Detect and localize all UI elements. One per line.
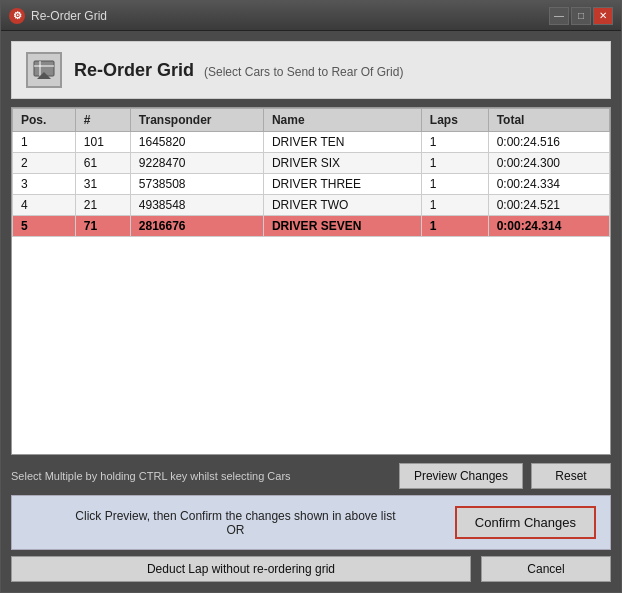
deduct-section: Deduct Lap without re-ordering grid Canc… xyxy=(11,556,611,582)
col-name: Name xyxy=(263,109,421,132)
bottom-area: Select Multiple by holding CTRL key whil… xyxy=(11,463,611,582)
reset-button[interactable]: Reset xyxy=(531,463,611,489)
col-transponder: Transponder xyxy=(130,109,263,132)
table-body: 11011645820DRIVER TEN10:00:24.5162619228… xyxy=(13,132,610,237)
cell-pos: 1 xyxy=(13,132,76,153)
minimize-button[interactable]: — xyxy=(549,7,569,25)
cell-transponder: 1645820 xyxy=(130,132,263,153)
table-row[interactable]: 3315738508DRIVER THREE10:00:24.334 xyxy=(13,174,610,195)
cell-total: 0:00:24.521 xyxy=(488,195,609,216)
deduct-lap-button[interactable]: Deduct Lap without re-ordering grid xyxy=(11,556,471,582)
table-header: Pos. # Transponder Name Laps Total xyxy=(13,109,610,132)
cell-pos: 5 xyxy=(13,216,76,237)
cell-total: 0:00:24.300 xyxy=(488,153,609,174)
cell-name: DRIVER TEN xyxy=(263,132,421,153)
hint-row: Select Multiple by holding CTRL key whil… xyxy=(11,463,611,489)
grid-table: Pos. # Transponder Name Laps Total 11011… xyxy=(12,108,610,237)
table-row[interactable]: 2619228470DRIVER SIX10:00:24.300 xyxy=(13,153,610,174)
hint-text: Select Multiple by holding CTRL key whil… xyxy=(11,470,391,482)
app-icon: ⚙ xyxy=(9,8,25,24)
col-num: # xyxy=(75,109,130,132)
close-button[interactable]: ✕ xyxy=(593,7,613,25)
header-panel: Re-Order Grid (Select Cars to Send to Re… xyxy=(11,41,611,99)
cell-num: 21 xyxy=(75,195,130,216)
titlebar: ⚙ Re-Order Grid — □ ✕ xyxy=(1,1,621,31)
cell-transponder: 5738508 xyxy=(130,174,263,195)
cancel-button[interactable]: Cancel xyxy=(481,556,611,582)
cell-laps: 1 xyxy=(421,195,488,216)
cell-pos: 4 xyxy=(13,195,76,216)
cell-total: 0:00:24.314 xyxy=(488,216,609,237)
cell-laps: 1 xyxy=(421,132,488,153)
cell-pos: 2 xyxy=(13,153,76,174)
confirm-line1: Click Preview, then Confirm the changes … xyxy=(75,509,395,523)
header-title: Re-Order Grid xyxy=(74,60,194,81)
cell-pos: 3 xyxy=(13,174,76,195)
cell-total: 0:00:24.516 xyxy=(488,132,609,153)
col-pos: Pos. xyxy=(13,109,76,132)
header-subtitle: (Select Cars to Send to Rear Of Grid) xyxy=(204,65,403,79)
cell-laps: 1 xyxy=(421,216,488,237)
cell-name: DRIVER SIX xyxy=(263,153,421,174)
cell-num: 71 xyxy=(75,216,130,237)
cell-num: 31 xyxy=(75,174,130,195)
cell-laps: 1 xyxy=(421,174,488,195)
main-window: ⚙ Re-Order Grid — □ ✕ Re-Order Grid xyxy=(0,0,622,593)
col-laps: Laps xyxy=(421,109,488,132)
cell-transponder: 2816676 xyxy=(130,216,263,237)
table-row[interactable]: 5712816676DRIVER SEVEN10:00:24.314 xyxy=(13,216,610,237)
cell-transponder: 9228470 xyxy=(130,153,263,174)
preview-changes-button[interactable]: Preview Changes xyxy=(399,463,523,489)
confirm-section: Click Preview, then Confirm the changes … xyxy=(11,495,611,550)
cell-name: DRIVER TWO xyxy=(263,195,421,216)
header-icon xyxy=(26,52,62,88)
window-controls: — □ ✕ xyxy=(549,7,613,25)
cell-num: 61 xyxy=(75,153,130,174)
header-text: Re-Order Grid (Select Cars to Send to Re… xyxy=(74,60,403,81)
cell-total: 0:00:24.334 xyxy=(488,174,609,195)
table-row[interactable]: 4214938548DRIVER TWO10:00:24.521 xyxy=(13,195,610,216)
grid-table-panel: Pos. # Transponder Name Laps Total 11011… xyxy=(11,107,611,455)
confirm-line2: OR xyxy=(26,523,445,537)
confirm-changes-button[interactable]: Confirm Changes xyxy=(455,506,596,539)
table-row[interactable]: 11011645820DRIVER TEN10:00:24.516 xyxy=(13,132,610,153)
content-area: Re-Order Grid (Select Cars to Send to Re… xyxy=(1,31,621,592)
titlebar-left: ⚙ Re-Order Grid xyxy=(9,8,107,24)
cell-transponder: 4938548 xyxy=(130,195,263,216)
cell-name: DRIVER THREE xyxy=(263,174,421,195)
cell-num: 101 xyxy=(75,132,130,153)
confirm-text: Click Preview, then Confirm the changes … xyxy=(26,509,445,537)
col-total: Total xyxy=(488,109,609,132)
maximize-button[interactable]: □ xyxy=(571,7,591,25)
cell-laps: 1 xyxy=(421,153,488,174)
window-title: Re-Order Grid xyxy=(31,9,107,23)
cell-name: DRIVER SEVEN xyxy=(263,216,421,237)
